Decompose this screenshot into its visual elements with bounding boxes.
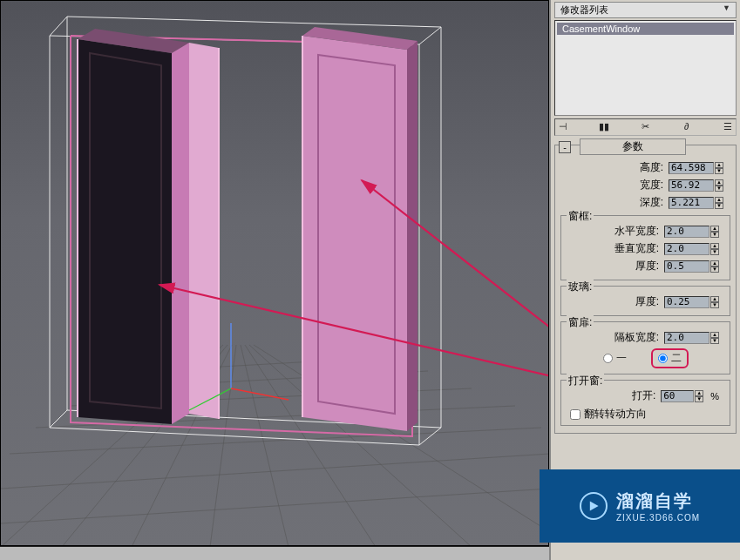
watermark-sub: ZIXUE.3D66.COM bbox=[616, 513, 700, 523]
svg-line-8 bbox=[1, 489, 549, 523]
remove-modifier-icon[interactable]: ∂ bbox=[681, 121, 693, 133]
glass-group: 玻璃: 厚度: ▲▼ bbox=[560, 286, 730, 316]
spinner-down-icon[interactable]: ▼ bbox=[715, 168, 723, 174]
viewport-grid bbox=[1, 1, 549, 546]
panel-count-two-highlight: 二 bbox=[651, 348, 689, 368]
open-label: 打开: bbox=[632, 388, 655, 403]
modifier-list-label: 修改器列表 bbox=[560, 4, 608, 15]
modifier-stack-item[interactable]: CasementWindow bbox=[557, 23, 734, 35]
watermark-title: 溜溜自学 bbox=[616, 489, 700, 513]
timeline[interactable] bbox=[0, 546, 549, 560]
modifier-list-dropdown[interactable]: 修改器列表 bbox=[554, 2, 737, 18]
frame-hwidth-spinner[interactable]: ▲▼ bbox=[664, 226, 719, 238]
rollout-toggle[interactable]: - bbox=[559, 141, 571, 153]
watermark: 溜溜自学 ZIXUE.3D66.COM bbox=[540, 469, 740, 543]
viewport[interactable] bbox=[0, 0, 549, 546]
depth-spinner[interactable]: ▲▼ bbox=[669, 197, 723, 209]
make-unique-icon[interactable]: ✂ bbox=[640, 121, 652, 133]
width-input[interactable] bbox=[669, 179, 714, 192]
flip-swing-checkbox[interactable] bbox=[570, 409, 580, 420]
frame-thick-spinner[interactable]: ▲▼ bbox=[664, 260, 719, 273]
svg-line-18 bbox=[419, 428, 441, 445]
glass-thick-label: 厚度: bbox=[635, 294, 659, 309]
configure-sets-icon[interactable]: ☰ bbox=[722, 121, 734, 133]
width-label: 宽度: bbox=[640, 178, 663, 192]
svg-marker-20 bbox=[172, 43, 189, 424]
parameters-rollout: - 参数 高度: ▲▼ 宽度: ▲▼ 深度: ▲▼ 窗框: bbox=[554, 145, 737, 434]
panel-count-two-radio[interactable]: 二 bbox=[658, 351, 682, 366]
play-icon bbox=[580, 492, 608, 520]
flip-swing-label: 翻转转动方向 bbox=[584, 407, 647, 422]
show-end-result-icon[interactable]: ▮▮ bbox=[598, 121, 610, 133]
open-group: 打开窗: 打开: ▲▼ % 翻转转动方向 bbox=[560, 380, 730, 426]
height-label: 高度: bbox=[640, 160, 663, 175]
open-spinner[interactable]: ▲▼ bbox=[661, 390, 703, 402]
pin-stack-icon[interactable]: ⊣ bbox=[557, 121, 569, 133]
casement-group-title: 窗扉: bbox=[567, 315, 594, 330]
modifier-stack[interactable]: CasementWindow bbox=[554, 20, 737, 116]
height-input[interactable] bbox=[669, 162, 714, 174]
svg-line-9 bbox=[1, 454, 549, 489]
spinner-up-icon[interactable]: ▲ bbox=[715, 162, 723, 168]
svg-line-16 bbox=[419, 27, 441, 44]
frame-thick-label: 厚度: bbox=[635, 259, 659, 273]
frame-group-title: 窗框: bbox=[567, 209, 594, 224]
panel-count-one-radio[interactable]: 一 bbox=[603, 348, 627, 368]
modifier-toolbar: ⊣ ▮▮ ✂ ∂ ☰ bbox=[554, 118, 737, 136]
window-panel-left bbox=[78, 39, 172, 424]
glass-group-title: 玻璃: bbox=[567, 280, 594, 294]
panel-width-label: 隔板宽度: bbox=[614, 330, 659, 345]
glass-thick-spinner[interactable]: ▲▼ bbox=[664, 296, 719, 308]
rollout-title: 参数 bbox=[580, 138, 686, 155]
width-spinner[interactable]: ▲▼ bbox=[669, 179, 723, 192]
panel-width-spinner[interactable]: ▲▼ bbox=[664, 332, 719, 344]
open-group-title: 打开窗: bbox=[567, 374, 604, 388]
frame-hwidth-label: 水平宽度: bbox=[614, 224, 659, 239]
height-spinner[interactable]: ▲▼ bbox=[669, 162, 723, 174]
svg-marker-21 bbox=[189, 43, 219, 419]
percent-label: % bbox=[710, 391, 719, 401]
depth-input[interactable] bbox=[669, 197, 714, 209]
svg-marker-23 bbox=[407, 41, 418, 431]
casement-group: 窗扉: 隔板宽度: ▲▼ 一 二 bbox=[560, 321, 730, 374]
svg-line-17 bbox=[50, 410, 67, 428]
frame-group: 窗框: 水平宽度: ▲▼ 垂直宽度: ▲▼ 厚度: ▲▼ bbox=[560, 215, 730, 280]
frame-vwidth-spinner[interactable]: ▲▼ bbox=[664, 243, 719, 255]
depth-label: 深度: bbox=[640, 195, 663, 210]
svg-line-15 bbox=[50, 17, 67, 36]
frame-vwidth-label: 垂直宽度: bbox=[614, 241, 659, 256]
